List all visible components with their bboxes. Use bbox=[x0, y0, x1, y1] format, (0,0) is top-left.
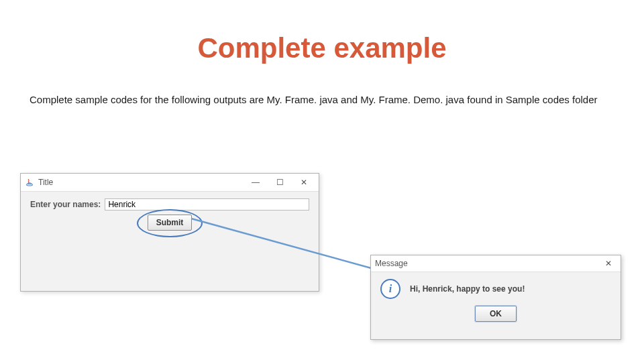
ok-button[interactable]: OK bbox=[475, 306, 517, 322]
submit-row: Submit bbox=[30, 215, 309, 231]
minimize-button[interactable]: — bbox=[244, 174, 268, 190]
dialog-close-button[interactable]: ✕ bbox=[600, 255, 616, 272]
java-icon bbox=[25, 178, 34, 187]
java-frame-window: Title — ☐ ✕ Enter your names: Submit bbox=[20, 173, 319, 292]
window-controls: — ☐ ✕ bbox=[244, 174, 316, 190]
maximize-button[interactable]: ☐ bbox=[268, 174, 292, 190]
dialog-title-text: Message bbox=[375, 259, 600, 268]
dialog-button-row: OK bbox=[371, 302, 621, 327]
slide-description: Complete sample codes for the following … bbox=[30, 94, 620, 105]
dialog-body: i Hi, Henrick, happy to see you! bbox=[371, 272, 621, 302]
frame-title-text: Title bbox=[38, 178, 244, 187]
frame-titlebar: Title — ☐ ✕ bbox=[21, 174, 319, 192]
frame-body: Enter your names: Submit bbox=[21, 192, 319, 237]
submit-button[interactable]: Submit bbox=[148, 215, 193, 231]
name-input[interactable] bbox=[105, 198, 309, 210]
message-dialog: Message ✕ i Hi, Henrick, happy to see yo… bbox=[370, 255, 621, 340]
slide-title: Complete example bbox=[0, 32, 644, 64]
close-button[interactable]: ✕ bbox=[292, 174, 316, 190]
name-row: Enter your names: bbox=[30, 198, 309, 210]
dialog-titlebar: Message ✕ bbox=[371, 255, 621, 272]
name-label: Enter your names: bbox=[30, 200, 101, 209]
dialog-message: Hi, Henrick, happy to see you! bbox=[410, 284, 525, 294]
info-icon: i bbox=[380, 279, 400, 299]
